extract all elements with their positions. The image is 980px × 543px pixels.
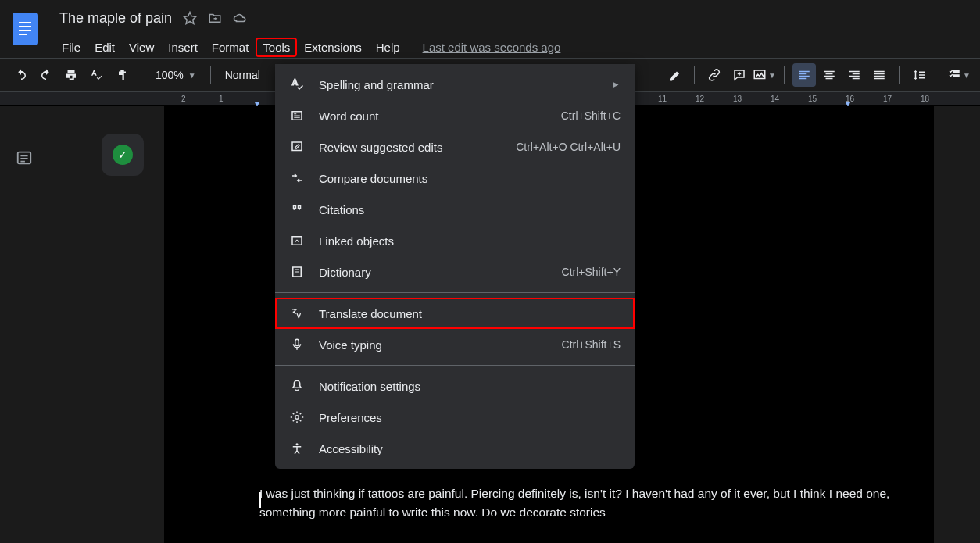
tools-preferences[interactable]: Preferences: [275, 402, 635, 433]
ruler-tick: 13: [733, 95, 742, 103]
move-icon[interactable]: [208, 11, 222, 25]
redo-button[interactable]: [34, 63, 58, 87]
tools-word-count[interactable]: Word count Ctrl+Shift+C: [275, 100, 635, 131]
menu-label: Accessibility: [319, 442, 383, 455]
tools-compare[interactable]: Compare documents: [275, 163, 635, 194]
tools-notifications[interactable]: Notification settings: [275, 370, 635, 402]
menu-shortcut: Ctrl+Shift+Y: [562, 266, 621, 278]
print-button[interactable]: [59, 63, 83, 87]
citations-icon: [289, 202, 305, 216]
svg-rect-3: [19, 30, 31, 31]
translate-icon: [289, 306, 305, 320]
menu-extensions[interactable]: Extensions: [297, 38, 368, 57]
undo-button[interactable]: [9, 63, 33, 87]
align-right-button[interactable]: [842, 63, 866, 87]
accessibility-icon: [289, 441, 305, 455]
insert-image-button[interactable]: ▼: [753, 63, 776, 87]
word-count-icon: [289, 109, 305, 123]
menu-label: Linked objects: [319, 234, 394, 248]
align-left-button[interactable]: [792, 63, 816, 87]
tools-dictionary[interactable]: Dictionary Ctrl+Shift+Y: [275, 256, 635, 288]
menu-label: Voice typing: [319, 338, 382, 352]
menu-shortcut: Ctrl+Alt+O Ctrl+Alt+U: [516, 141, 621, 153]
align-justify-button[interactable]: [867, 63, 891, 87]
tools-translate[interactable]: Translate document: [275, 298, 635, 329]
tools-linked-objects[interactable]: Linked objects: [275, 225, 635, 256]
spelling-ok-chip[interactable]: ✓: [102, 134, 144, 176]
tools-accessibility[interactable]: Accessibility: [275, 433, 635, 464]
svg-point-12: [295, 416, 299, 420]
menu-format[interactable]: Format: [205, 38, 256, 57]
star-icon[interactable]: [183, 11, 197, 25]
ruler-tick: 12: [696, 95, 704, 103]
menu-shortcut: Ctrl+Shift+C: [561, 109, 621, 122]
cloud-icon[interactable]: [233, 11, 247, 25]
menu-label: Translate document: [319, 307, 422, 320]
check-icon: ✓: [113, 145, 133, 165]
menu-separator: [275, 292, 635, 293]
linked-icon: [289, 234, 305, 248]
menu-label: Citations: [319, 203, 364, 216]
ruler-tick: 18: [921, 95, 929, 103]
svg-rect-2: [19, 26, 31, 27]
tools-spelling[interactable]: Spelling and grammar ►: [275, 69, 635, 100]
compare-icon: [289, 171, 305, 185]
menu-insert[interactable]: Insert: [161, 38, 205, 57]
menu-label: Review suggested edits: [319, 141, 442, 154]
svg-rect-0: [13, 13, 38, 45]
spellcheck-button[interactable]: [84, 63, 108, 87]
menu-separator: [275, 365, 635, 366]
mic-icon: [289, 338, 305, 352]
insert-link-button[interactable]: [703, 63, 726, 87]
tools-citations[interactable]: Citations: [275, 194, 635, 225]
style-select[interactable]: Normal: [219, 69, 266, 81]
tools-review-edits[interactable]: Review suggested edits Ctrl+Alt+O Ctrl+A…: [275, 131, 635, 163]
tools-voice-typing[interactable]: Voice typing Ctrl+Shift+S: [275, 329, 635, 360]
ruler-tick: 11: [658, 95, 667, 103]
menu-view[interactable]: View: [122, 38, 161, 57]
svg-rect-4: [19, 34, 27, 35]
menu-label: Compare documents: [319, 172, 427, 185]
menu-label: Spelling and grammar: [319, 78, 434, 91]
last-edit-link[interactable]: Last edit was seconds ago: [423, 41, 561, 54]
ruler-tick: 2: [181, 95, 186, 103]
menu-help[interactable]: Help: [369, 38, 407, 57]
highlight-color-button[interactable]: [663, 63, 686, 87]
dictionary-icon: [289, 265, 305, 279]
docs-logo[interactable]: [9, 9, 41, 48]
menu-label: Notification settings: [319, 380, 420, 393]
menu-shortcut: Ctrl+Shift+S: [562, 338, 621, 351]
align-center-button[interactable]: [817, 63, 841, 87]
svg-point-13: [296, 443, 299, 445]
ruler-tick: 15: [808, 95, 817, 103]
document-title[interactable]: The maple of pain: [55, 9, 177, 28]
svg-rect-5: [754, 70, 765, 79]
ruler-tick: 14: [771, 95, 779, 103]
menu-tools[interactable]: Tools: [256, 38, 297, 57]
review-icon: [289, 140, 305, 154]
menu-edit[interactable]: Edit: [88, 38, 122, 57]
menu-label: Dictionary: [319, 266, 371, 279]
svg-rect-1: [19, 22, 31, 23]
outline-icon[interactable]: [16, 149, 33, 169]
chevron-right-icon: ►: [611, 79, 621, 90]
menu-label: Preferences: [319, 411, 382, 424]
checklist-button[interactable]: ▼: [947, 63, 971, 87]
svg-rect-11: [295, 339, 299, 345]
bell-icon: [289, 379, 305, 393]
paint-format-button[interactable]: [109, 63, 133, 87]
zoom-select[interactable]: 100%▼: [149, 69, 202, 81]
menu-file[interactable]: File: [55, 38, 88, 57]
document-body-text[interactable]: I was just thinking if tattoos are painf…: [259, 484, 936, 522]
ruler-tick: 17: [883, 95, 892, 103]
gear-icon: [289, 410, 305, 424]
ruler-tick: 1: [219, 95, 224, 103]
menu-label: Word count: [319, 109, 378, 123]
add-comment-button[interactable]: [728, 63, 751, 87]
tools-dropdown: Spelling and grammar ► Word count Ctrl+S…: [275, 64, 635, 469]
spellcheck-icon: [289, 77, 305, 91]
line-spacing-button[interactable]: [907, 63, 931, 87]
